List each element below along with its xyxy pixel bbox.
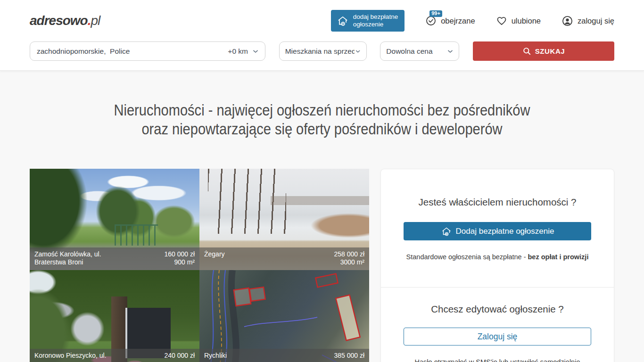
search-button[interactable]: SZUKAJ bbox=[473, 41, 614, 61]
page-title-line1: Nieruchomości - najwięcej ogłoszeń nieru… bbox=[39, 101, 605, 120]
main-content: Zamość Karolówka, ul. Braterstwa Broni 1… bbox=[30, 169, 614, 362]
panel-add-listing-label: Dodaj bezpłatne ogłoszenie bbox=[456, 227, 554, 236]
satellite-map-overlay bbox=[199, 270, 369, 362]
login-label: zaloguj się bbox=[578, 16, 614, 25]
header-actions: dodaj bezpłatne ogłoszenie 99+ obejrzane bbox=[331, 10, 614, 31]
listing-card[interactable]: Rychliki 385 000 zł bbox=[199, 270, 369, 362]
owner-heading: Jesteś właścicielem nieruchomości ? bbox=[404, 197, 591, 208]
listing-card[interactable]: Żegary 258 000 zł 3000 m² bbox=[199, 169, 369, 270]
category-select[interactable]: Mieszkania na sprzedaż bbox=[279, 41, 367, 61]
edit-heading: Chcesz edytować ogłoszenie ? bbox=[404, 304, 591, 315]
page-title: Nieruchomości - najwięcej ogłoszeń nieru… bbox=[0, 101, 644, 139]
logo-tld: pl bbox=[91, 13, 100, 28]
add-listing-button-label: dodaj bezpłatne ogłoszenie bbox=[353, 13, 398, 28]
listing-overlay: Żegary 258 000 zł 3000 m² bbox=[199, 247, 369, 270]
location-input-group: +0 km bbox=[30, 41, 265, 61]
viewed-label: obejrzane bbox=[441, 16, 475, 25]
header: adresowo.pl dodaj bezpłatne bbox=[0, 0, 644, 71]
favorites-link[interactable]: ulubione bbox=[496, 15, 541, 26]
price-value: Dowolna cena bbox=[386, 47, 432, 56]
listing-photo-satellite-map bbox=[199, 270, 369, 362]
listing-title: Rychliki bbox=[204, 352, 227, 362]
favorites-label: ulubione bbox=[512, 16, 541, 25]
viewed-link[interactable]: 99+ obejrzane bbox=[425, 15, 475, 26]
panel-login-button[interactable]: Zaloguj się bbox=[404, 328, 591, 346]
search-icon bbox=[522, 47, 531, 56]
chevron-down-icon bbox=[355, 48, 361, 55]
listing-title: Zamość Karolówka, ul. Braterstwa Broni bbox=[34, 250, 127, 267]
chevron-down-icon bbox=[446, 48, 454, 55]
radius-select[interactable]: +0 km bbox=[224, 47, 259, 56]
house-plus-icon bbox=[441, 226, 452, 237]
listing-overlay: Rychliki 385 000 zł bbox=[199, 349, 369, 362]
listing-card[interactable]: Zamość Karolówka, ul. Braterstwa Broni 1… bbox=[30, 169, 199, 270]
edit-section: Chcesz edytować ogłoszenie ? Zaloguj się… bbox=[381, 288, 614, 362]
owner-section: Jesteś właścicielem nieruchomości ? Doda… bbox=[381, 169, 614, 261]
listing-photo-garden-tree bbox=[30, 270, 199, 362]
heart-icon bbox=[496, 15, 507, 26]
house-plus-icon bbox=[337, 15, 349, 27]
user-icon bbox=[561, 15, 573, 27]
price-select[interactable]: Dowolna cena bbox=[380, 41, 459, 61]
listing-area: 900 m² bbox=[174, 258, 195, 266]
add-listing-button[interactable]: dodaj bezpłatne ogłoszenie bbox=[331, 10, 405, 31]
listing-card[interactable]: Koronowo Pieszycko, ul. 240 000 zł bbox=[30, 270, 199, 362]
logo-adresowo[interactable]: adresowo.pl bbox=[30, 13, 100, 28]
panel-add-listing-button[interactable]: Dodaj bezpłatne ogłoszenie bbox=[404, 222, 591, 240]
radius-value: +0 km bbox=[228, 47, 248, 56]
listing-price: 385 000 zł bbox=[334, 352, 364, 360]
edit-note: Hasło otrzymałeś w SMS'ie lub ustawiłeś … bbox=[404, 358, 591, 362]
search-button-label: SZUKAJ bbox=[535, 47, 565, 55]
page: adresowo.pl dodaj bezpłatne bbox=[0, 0, 644, 362]
listing-price: 240 000 zł bbox=[164, 352, 195, 360]
listing-title: Żegary bbox=[204, 250, 225, 267]
owner-panel: Jesteś właścicielem nieruchomości ? Doda… bbox=[380, 169, 614, 362]
listing-title: Koronowo Pieszycko, ul. bbox=[34, 352, 107, 362]
location-input[interactable] bbox=[37, 47, 224, 56]
listing-area: 3000 m² bbox=[340, 258, 364, 266]
page-title-line2: oraz niepowtarzające się oferty pośredni… bbox=[39, 120, 605, 139]
search-bar: +0 km Mieszkania na sprzedaż Dowolna cen… bbox=[0, 41, 644, 70]
category-value: Mieszkania na sprzedaż bbox=[285, 47, 355, 56]
owner-note: Standardowe ogłoszenia są bezpłatne - be… bbox=[404, 253, 591, 261]
listing-overlay: Koronowo Pieszycko, ul. 240 000 zł bbox=[30, 349, 199, 362]
listing-grid: Zamość Karolówka, ul. Braterstwa Broni 1… bbox=[30, 169, 369, 362]
chevron-down-icon bbox=[252, 48, 259, 55]
listing-overlay: Zamość Karolówka, ul. Braterstwa Broni 1… bbox=[30, 247, 199, 270]
listing-price: 160 000 zł bbox=[164, 250, 195, 258]
login-link[interactable]: zaloguj się bbox=[561, 15, 614, 27]
viewed-count-badge: 99+ bbox=[429, 10, 442, 17]
listing-price: 258 000 zł bbox=[334, 250, 364, 258]
logo-text: adresowo bbox=[30, 13, 88, 28]
